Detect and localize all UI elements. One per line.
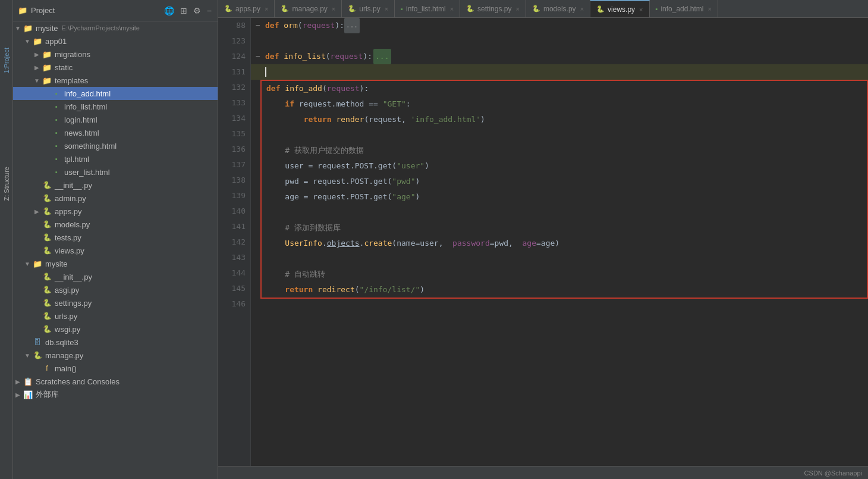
fold-marker-124[interactable]: − — [256, 49, 265, 64]
tab-info-list-html[interactable]: ▪ info_list.html × — [395, 0, 460, 17]
tree-label-apps-py: apps.py — [55, 207, 82, 216]
code-line-134: return render(request, 'info_add.html') — [262, 112, 867, 127]
tree-item-external-lib[interactable]: ▶ 📊 外部库 — [13, 388, 218, 401]
text-cursor — [265, 67, 266, 77]
tab-close-views[interactable]: × — [639, 6, 643, 13]
tab-close-models[interactable]: × — [580, 5, 584, 12]
tree-item-tpl-html[interactable]: ▪ tpl.html — [13, 152, 218, 165]
tree-label-db: db.sqlite3 — [45, 338, 78, 347]
toolbar-icon-minimize[interactable]: − — [206, 5, 213, 17]
tree-item-something-html[interactable]: ▪ something.html — [13, 139, 218, 152]
tab-icon-py-6: 🐍 — [596, 5, 605, 13]
tree-item-login-html[interactable]: ▪ login.html — [13, 113, 218, 126]
code-line-146 — [251, 299, 868, 314]
tree-item-app01[interactable]: ▼ 📁 app01 — [13, 35, 218, 48]
tab-views-py[interactable]: 🐍 views.py × — [590, 0, 649, 17]
tree-item-user-list-html[interactable]: ▪ user_list.html — [13, 165, 218, 179]
folder-icon: 📁 — [23, 24, 33, 33]
code-line-144: # 自动跳转 — [262, 267, 867, 282]
structure-vertical-tab[interactable]: Z: Structure — [0, 167, 13, 201]
code-display[interactable]: − def orm(request):... − def info_list(r… — [251, 18, 868, 466]
tab-close-apps-py[interactable]: × — [265, 5, 268, 12]
tab-label-info-add-html: info_add.html — [661, 5, 703, 13]
tree-item-mysite-init[interactable]: 🐍 __init__.py — [13, 270, 218, 283]
line-num-146: 146 — [223, 296, 246, 312]
tree-item-news-html[interactable]: ▪ news.html — [13, 126, 218, 139]
html-file-icon-2: ▪ — [55, 103, 58, 110]
line-num-135: 135 — [223, 126, 246, 142]
tree-item-scratches[interactable]: ▶ 📋 Scratches and Consoles — [13, 375, 218, 388]
code-line-88: − def orm(request):... — [251, 18, 868, 33]
tree-item-asgi[interactable]: 🐍 asgi.py — [13, 283, 218, 296]
toolbar-icon-layout[interactable]: ⊞ — [179, 5, 188, 17]
folder-icon-mysite: 📁 — [33, 259, 42, 268]
tab-icon-py-4: 🐍 — [466, 5, 474, 12]
tree-item-views-py[interactable]: 🐍 views.py — [13, 244, 218, 257]
py-file-icon-asgi: 🐍 — [43, 286, 52, 294]
code-line-140 — [262, 205, 867, 220]
tree-label-news-html: news.html — [64, 129, 99, 137]
tree-label-something-html: something.html — [64, 142, 117, 151]
tree-label-wsgi: wsgi.py — [55, 325, 80, 334]
tree-item-models-py[interactable]: 🐍 models.py — [13, 218, 218, 231]
tab-settings-py[interactable]: 🐍 settings.py × — [460, 0, 526, 17]
fold-marker-88[interactable]: − — [256, 18, 265, 33]
html-file-icon-7: ▪ — [55, 168, 58, 176]
tab-close-info-add[interactable]: × — [707, 5, 711, 12]
line-num-131: 131 — [223, 64, 246, 80]
tree-item-urls[interactable]: 🐍 urls.py — [13, 309, 218, 323]
tree-item-manage-py[interactable]: ▼ 🐍 manage.py — [13, 349, 218, 362]
tree-item-migrations[interactable]: ▶ 📁 migrations — [13, 48, 218, 61]
fold-88[interactable]: ... — [344, 18, 360, 33]
toolbar-icon-globe[interactable]: 🌐 — [163, 5, 175, 17]
tree-root-mysite[interactable]: ▼ 📁 mysite E:\PycharmProjects\mysite — [13, 21, 218, 35]
code-line-139: age = request.POST.get("age") — [262, 189, 867, 205]
line-num-134: 134 — [223, 111, 246, 126]
tree-item-apps-py[interactable]: ▶ 🐍 apps.py — [13, 205, 218, 218]
tree-label-main-func: main() — [55, 364, 77, 373]
tab-urls-py[interactable]: 🐍 urls.py × — [342, 0, 395, 17]
tree-label-app01: app01 — [45, 37, 67, 46]
tree-item-db[interactable]: 🗄 db.sqlite3 — [13, 336, 218, 349]
tab-close-manage-py[interactable]: × — [332, 5, 335, 12]
tree-item-mysite-inner[interactable]: ▼ 📁 mysite — [13, 257, 218, 270]
tree-item-init-py[interactable]: 🐍 __init__.py — [13, 179, 218, 192]
tree-item-info-list-html[interactable]: ▪ info_list.html — [13, 100, 218, 113]
tree-label-asgi: asgi.py — [55, 286, 79, 295]
tree-label-info-add-html: info_add.html — [64, 89, 111, 98]
tab-label-settings-py: settings.py — [477, 5, 511, 13]
tab-icon-py-2: 🐍 — [281, 5, 289, 12]
tab-icon-py-3: 🐍 — [348, 5, 356, 12]
tab-close-info-list[interactable]: × — [450, 5, 454, 12]
code-line-123 — [251, 33, 868, 49]
tree-item-templates[interactable]: ▼ 📁 templates — [13, 74, 218, 87]
tab-models-py[interactable]: 🐍 models.py × — [526, 0, 590, 17]
line-num-132: 132 — [223, 80, 246, 95]
line-num-136: 136 — [223, 142, 246, 157]
tree-label-static: static — [55, 63, 73, 72]
folder-icon-migrations: 📁 — [42, 50, 52, 59]
tab-close-urls-py[interactable]: × — [385, 5, 388, 12]
tab-apps-py[interactable]: 🐍 apps.py × — [218, 0, 275, 17]
code-line-133: if request.method == "GET": — [262, 96, 867, 112]
py-file-icon-wsgi: 🐍 — [43, 325, 52, 333]
tree-item-settings[interactable]: 🐍 settings.py — [13, 296, 218, 309]
line-num-143: 143 — [223, 250, 246, 265]
code-line-124: − def info_list(request):... — [251, 49, 868, 64]
tab-label-views-py: views.py — [608, 5, 635, 14]
tree-item-wsgi[interactable]: 🐍 wsgi.py — [13, 323, 218, 336]
tab-close-settings[interactable]: × — [515, 5, 519, 12]
tree-item-info-add-html[interactable]: ▪ info_add.html — [13, 87, 218, 100]
code-line-135 — [262, 127, 867, 143]
toolbar-icon-settings[interactable]: ⚙ — [192, 5, 202, 17]
tree-label-user-list-html: user_list.html — [64, 168, 110, 177]
tab-manage-py[interactable]: 🐍 manage.py × — [275, 0, 342, 17]
tree-item-main-func[interactable]: f main() — [13, 362, 218, 375]
fold-indicator-124[interactable]: ... — [373, 49, 391, 64]
tree-item-tests-py[interactable]: 🐍 tests.py — [13, 231, 218, 244]
project-vertical-tab[interactable]: 1:Project — [0, 48, 13, 73]
tree-item-static[interactable]: ▶ 📁 static — [13, 61, 218, 74]
tab-info-add-html[interactable]: ▪ info_add.html × — [650, 0, 718, 17]
code-line-145: return redirect("/info/list/") — [262, 282, 867, 298]
tree-item-admin-py[interactable]: 🐍 admin.py — [13, 192, 218, 205]
